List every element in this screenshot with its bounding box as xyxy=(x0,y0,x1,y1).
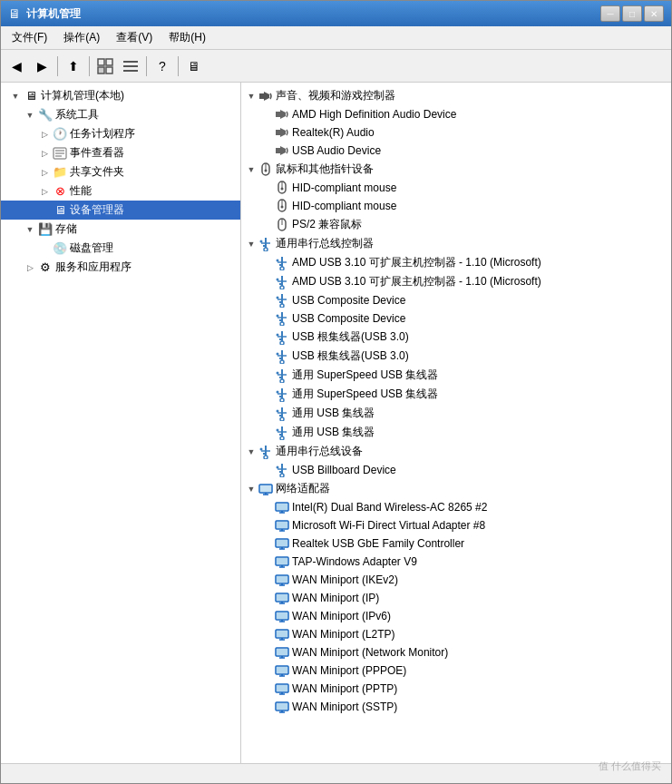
usb-ctrl-category-icon xyxy=(258,237,274,251)
svg-point-32 xyxy=(260,240,263,242)
menu-help[interactable]: 帮助(H) xyxy=(161,28,213,47)
sidebar-item-scheduler[interactable]: ▷ 🕐 任务计划程序 xyxy=(1,124,240,143)
dev-wan-pptp[interactable]: WAN Miniport (PPTP) xyxy=(241,680,671,698)
svg-rect-118 xyxy=(277,576,287,583)
category-mouse[interactable]: ▼ 鼠标和其他指针设备 xyxy=(241,160,671,179)
dev-amd-usb-ctrl-2[interactable]: AMD USB 3.10 可扩展主机控制器 - 1.10 (Microsoft) xyxy=(241,272,671,291)
hid-mouse-2-icon xyxy=(274,199,290,213)
wan-l2tp-icon xyxy=(274,627,290,642)
disk-mgmt-expand[interactable] xyxy=(37,241,52,256)
menu-view[interactable]: 查看(V) xyxy=(109,28,160,47)
tap-windows-icon xyxy=(274,554,290,569)
svg-rect-130 xyxy=(277,631,287,637)
dev-wan-ipv6[interactable]: WAN Miniport (IPv6) xyxy=(241,607,671,625)
back-button[interactable]: ◀ xyxy=(5,54,28,78)
dev-wan-ip[interactable]: WAN Miniport (IP) xyxy=(241,589,671,607)
dev-ms-wifi-direct[interactable]: Microsoft Wi-Fi Direct Virtual Adapter #… xyxy=(241,516,671,534)
show-hide-button[interactable] xyxy=(93,54,117,78)
up-button[interactable]: ⬆ xyxy=(62,54,85,78)
menu-action[interactable]: 操作(A) xyxy=(56,28,107,47)
help-button[interactable]: ? xyxy=(151,54,174,78)
svg-point-47 xyxy=(277,297,279,299)
wan-ipv6-icon xyxy=(274,609,290,623)
usb-root-hub-1-label: USB 根集线器(USB 3.0) xyxy=(290,329,409,345)
dev-superspeed-hub-2[interactable]: 通用 SuperSpeed USB 集线器 xyxy=(241,385,671,404)
dev-wan-sstp[interactable]: WAN Miniport (SSTP) xyxy=(241,698,671,716)
device-manager-icon: 🖥 xyxy=(52,203,68,218)
superspeed-hub-1-icon xyxy=(274,368,290,383)
dev-usb-hub-2[interactable]: 通用 USB 集线器 xyxy=(241,423,671,442)
mouse-expand-icon[interactable]: ▼ xyxy=(245,165,258,174)
wan-l2tp-label: WAN Miniport (L2TP) xyxy=(290,628,395,641)
sidebar-item-performance[interactable]: ▷ ⊗ 性能 xyxy=(1,181,240,201)
status-bar xyxy=(1,763,671,783)
hid-mouse-1-icon xyxy=(274,181,290,195)
mouse-category-label: 鼠标和其他指针设备 xyxy=(274,162,374,177)
svg-point-27 xyxy=(281,206,284,209)
toolbar-sep-3 xyxy=(146,56,147,76)
dev-superspeed-hub-1[interactable]: 通用 SuperSpeed USB 集线器 xyxy=(241,366,671,385)
root-expand[interactable]: ▼ xyxy=(8,89,23,103)
dev-usb-composite-2[interactable]: USB Composite Device xyxy=(241,309,671,328)
dev-amd-audio[interactable]: AMD High Definition Audio Device xyxy=(241,105,671,123)
dev-usb-audio[interactable]: USB Audio Device xyxy=(241,142,671,160)
dev-wan-pppoe[interactable]: WAN Miniport (PPPOE) xyxy=(241,662,671,680)
dev-realtek-gbe[interactable]: Realtek USB GbE Family Controller xyxy=(241,534,671,553)
sidebar-item-services[interactable]: ▷ ⚙ 服务和应用程序 xyxy=(1,258,240,277)
dev-amd-usb-ctrl-1[interactable]: AMD USB 3.10 可扩展主机控制器 - 1.10 (Microsoft) xyxy=(241,253,671,272)
dev-wan-l2tp[interactable]: WAN Miniport (L2TP) xyxy=(241,625,671,643)
device-manager-expand[interactable] xyxy=(37,203,52,218)
category-usb-controller[interactable]: ▼ 通用串行总线控制器 xyxy=(241,234,671,253)
scheduler-expand[interactable]: ▷ xyxy=(37,127,52,142)
dev-usb-root-hub-1[interactable]: USB 根集线器(USB 3.0) xyxy=(241,328,671,347)
category-audio[interactable]: ▼ 声音、视频和游戏控制器 xyxy=(241,86,671,105)
minimize-button[interactable]: ─ xyxy=(600,5,620,22)
category-usb-device[interactable]: ▼ 通用串行总线设备 xyxy=(241,442,671,461)
sidebar-item-disk-management[interactable]: 💿 磁盘管理 xyxy=(1,239,240,258)
list-button[interactable] xyxy=(119,54,142,78)
usb-billboard-label: USB Billboard Device xyxy=(290,464,396,476)
dev-usb-hub-1[interactable]: 通用 USB 集线器 xyxy=(241,404,671,423)
performance-icon: ⊗ xyxy=(52,184,68,199)
maximize-button[interactable]: □ xyxy=(622,5,642,22)
storage-expand[interactable]: ▼ xyxy=(23,222,37,237)
dev-usb-composite-1[interactable]: USB Composite Device xyxy=(241,291,671,309)
category-network[interactable]: ▼ 网络适配器 xyxy=(241,479,671,498)
system-tools-expand[interactable]: ▼ xyxy=(23,108,37,122)
system-tools-icon: 🔧 xyxy=(37,108,54,122)
event-viewer-expand[interactable]: ▷ xyxy=(37,146,52,161)
sidebar-item-storage[interactable]: ▼ 💾 存储 xyxy=(1,220,240,239)
network-expand-icon[interactable]: ▼ xyxy=(245,485,258,494)
svg-point-89 xyxy=(264,456,268,459)
dev-wan-ikev2[interactable]: WAN Miniport (IKEv2) xyxy=(241,571,671,589)
wan-ikev2-icon xyxy=(274,573,290,587)
services-expand[interactable]: ▷ xyxy=(23,260,37,275)
dev-ps2-mouse[interactable]: PS/2 兼容鼠标 xyxy=(241,215,671,234)
usb-dev-expand-icon[interactable]: ▼ xyxy=(245,447,258,456)
forward-button[interactable]: ▶ xyxy=(30,54,54,78)
sidebar-item-event-viewer[interactable]: ▷ 事件查看器 xyxy=(1,143,240,162)
dev-hid-mouse-1[interactable]: HID-compliant mouse xyxy=(241,179,671,197)
sidebar-root[interactable]: ▼ 🖥 计算机管理(本地) xyxy=(1,86,240,105)
svg-marker-18 xyxy=(280,146,286,155)
dev-intel-wifi[interactable]: Intel(R) Dual Band Wireless-AC 8265 #2 xyxy=(241,498,671,516)
usb-ctrl-expand-icon[interactable]: ▼ xyxy=(245,240,258,249)
sidebar-item-system-tools[interactable]: ▼ 🔧 系统工具 xyxy=(1,105,240,124)
dev-usb-root-hub-2[interactable]: USB 根集线器(USB 3.0) xyxy=(241,347,671,366)
sidebar-item-device-manager[interactable]: 🖥 设备管理器 xyxy=(1,201,240,220)
monitor-button[interactable]: 🖥 xyxy=(182,54,206,78)
dev-realtek-audio[interactable]: Realtek(R) Audio xyxy=(241,123,671,142)
dev-usb-billboard[interactable]: USB Billboard Device xyxy=(241,461,671,479)
performance-expand[interactable]: ▷ xyxy=(37,184,52,199)
svg-rect-1 xyxy=(106,59,112,65)
menu-file[interactable]: 文件(F) xyxy=(5,28,54,47)
audio-expand-icon[interactable]: ▼ xyxy=(245,92,258,101)
svg-rect-48 xyxy=(279,301,282,303)
dev-hid-mouse-2[interactable]: HID-compliant mouse xyxy=(241,197,671,215)
dev-tap-windows[interactable]: TAP-Windows Adapter V9 xyxy=(241,553,671,571)
sidebar-item-shared-folders[interactable]: ▷ 📁 共享文件夹 xyxy=(1,162,240,181)
close-button[interactable]: ✕ xyxy=(644,5,664,22)
shared-folders-expand[interactable]: ▷ xyxy=(37,165,52,180)
svg-rect-15 xyxy=(276,130,280,135)
dev-wan-netmon[interactable]: WAN Miniport (Network Monitor) xyxy=(241,643,671,662)
